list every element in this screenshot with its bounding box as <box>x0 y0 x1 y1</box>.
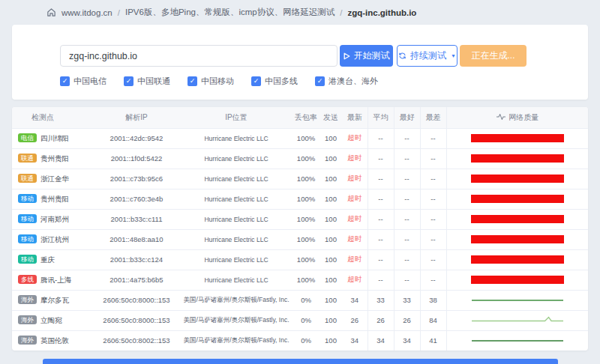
quality-cell <box>446 270 588 290</box>
ip-location: Hurricane Electric LLC <box>180 189 292 209</box>
breadcrumb-separator: / <box>340 8 342 17</box>
table-row: 海外英国伦敦 2606:50c0:8002::153 美国/马萨诸塞州/奥尔斯顿… <box>12 330 588 351</box>
header-average: 平均 <box>368 107 394 128</box>
sent-count: 100 <box>320 330 342 351</box>
checkbox-checked-icon <box>315 76 325 86</box>
activity-icon <box>496 112 506 121</box>
table-row: 移动重庆 2001::b33c:c124 Hurricane Electric … <box>12 249 588 270</box>
breadcrumb-separator: / <box>118 8 120 17</box>
average-value: 26 <box>368 310 394 330</box>
isp-checkbox-unicom[interactable]: 中国联通 <box>124 76 177 87</box>
table-row: 海外摩尔多瓦 2606:50c0:8000::153 美国/马萨诸塞州/奥尔斯顿… <box>12 290 588 310</box>
table-row: 移动浙江杭州 2001::48e8:aa10 Hurricane Electri… <box>12 229 588 249</box>
resolved-ip: 2001::c760:3e4b <box>93 189 180 209</box>
packet-loss-bar <box>471 235 564 243</box>
isp-label: 中国移动 <box>201 76 234 87</box>
isp-badge: 移动 <box>18 214 37 224</box>
isp-badge: 海外 <box>18 336 37 345</box>
latest-value: 34 <box>350 296 358 304</box>
ip-location: Hurricane Electric LLC <box>180 128 292 148</box>
breadcrumb-target[interactable]: zgq-inc.github.io <box>347 8 416 17</box>
isp-badge: 海外 <box>18 295 37 305</box>
isp-checkbox-overseas[interactable]: 港澳台、海外 <box>315 76 378 87</box>
sent-count: 100 <box>320 189 342 209</box>
latest-cell: 34 <box>342 290 368 310</box>
table-row: 海外立陶宛 2606:50c0:8000::153 美国/马萨诸塞州/奥尔斯顿/… <box>12 310 588 330</box>
isp-badge: 移动 <box>18 194 37 204</box>
sent-count: 100 <box>320 128 342 148</box>
breadcrumb-site[interactable]: www.itdog.cn <box>62 8 112 17</box>
quality-cell <box>446 290 588 310</box>
worst-value: 38 <box>420 290 446 310</box>
loss-rate: 0% <box>292 290 320 310</box>
isp-checkbox-mobile[interactable]: 中国移动 <box>188 76 241 87</box>
packet-loss-bar <box>471 134 564 142</box>
average-value: 34 <box>368 330 394 351</box>
ip-location: Hurricane Electric LLC <box>180 249 292 270</box>
resolved-ip: 2001::4a75:b6b5 <box>93 270 180 290</box>
loss-rate: 0% <box>292 330 320 351</box>
latest-value: 超时 <box>347 154 362 162</box>
loss-rate: 0% <box>292 310 320 330</box>
best-value: 26 <box>394 310 420 330</box>
latency-sparkline <box>470 336 565 346</box>
quality-cell <box>446 128 588 148</box>
isp-badge: 联通 <box>18 174 37 183</box>
latest-cell: 超时 <box>342 148 368 169</box>
ip-location: Hurricane Electric LLC <box>180 148 292 169</box>
resolved-ip: 2606:50c0:8000::153 <box>93 290 180 310</box>
average-value: -- <box>368 148 394 169</box>
isp-badge: 电信 <box>18 133 37 143</box>
loss-rate: 100% <box>292 229 320 249</box>
average-value: -- <box>368 229 394 249</box>
best-value: -- <box>394 270 420 290</box>
sent-count: 100 <box>320 229 342 249</box>
latest-cell: 超时 <box>342 128 368 148</box>
best-value: 33 <box>394 290 420 310</box>
node-cell: 移动重庆 <box>12 249 93 270</box>
worst-value: -- <box>420 148 446 169</box>
worst-value: 84 <box>420 310 446 330</box>
header-worst: 最差 <box>420 107 446 128</box>
continuous-test-button[interactable]: 持续测试 ▼ <box>397 45 458 67</box>
sent-count: 100 <box>320 310 342 330</box>
table-row: 电信四川绵阳 2001::42dc:9542 Hurricane Electri… <box>12 128 588 148</box>
start-test-button[interactable]: 开始测试 <box>340 45 393 67</box>
resolved-ip: 2001::b33c:c111 <box>93 209 180 229</box>
average-value: -- <box>368 249 394 270</box>
header-sent: 发送 <box>320 107 342 128</box>
table-row: 移动河南郑州 2001::b33c:c111 Hurricane Electri… <box>12 209 588 229</box>
ip-location: Hurricane Electric LLC <box>180 229 292 249</box>
quality-cell <box>446 189 588 209</box>
latest-value: 超时 <box>347 194 362 202</box>
resolved-ip: 2606:50c0:8000::153 <box>93 310 180 330</box>
generating-button[interactable]: 正在生成... <box>460 45 526 67</box>
isp-badge: 多线 <box>18 275 37 285</box>
start-test-label: 开始测试 <box>354 49 390 62</box>
isp-checkbox-multiline[interactable]: 中国多线 <box>251 76 304 87</box>
results-table-card: 检测点 解析IP IP位置 丢包率 发送 最新 平均 最好 最差 网络质量 电信… <box>12 107 588 351</box>
resolved-ip: 2606:50c0:8002::153 <box>93 330 180 351</box>
latest-value: 超时 <box>347 214 362 222</box>
resolved-ip: 2001::1f0d:5422 <box>93 148 180 169</box>
average-value: -- <box>368 169 394 189</box>
table-row: 移动贵州贵阳 2001::c760:3e4b Hurricane Electri… <box>12 189 588 209</box>
chevron-down-icon: ▼ <box>451 53 456 58</box>
latest-value: 34 <box>350 336 358 345</box>
host-input[interactable] <box>60 45 338 67</box>
node-name: 浙江金华 <box>40 175 69 183</box>
breadcrumb: www.itdog.cn / IPV6版、多地Ping、常规版、icmp协议、网… <box>46 7 416 18</box>
best-value: -- <box>394 189 420 209</box>
node-cell: 联通贵州贵阳 <box>12 148 93 169</box>
loss-rate: 100% <box>292 209 320 229</box>
worst-value: -- <box>420 209 446 229</box>
latest-value: 超时 <box>347 174 362 182</box>
node-cell: 移动浙江杭州 <box>12 229 93 249</box>
best-value: -- <box>394 249 420 270</box>
isp-checkbox-telecom[interactable]: 中国电信 <box>60 76 113 87</box>
worst-value: -- <box>420 249 446 270</box>
latest-cell: 26 <box>342 310 368 330</box>
node-name: 英国伦敦 <box>40 336 69 345</box>
latency-sparkline <box>470 315 565 326</box>
ip-location: 美国/马萨诸塞州/奥尔斯顿/Fastly, Inc. <box>180 290 292 310</box>
